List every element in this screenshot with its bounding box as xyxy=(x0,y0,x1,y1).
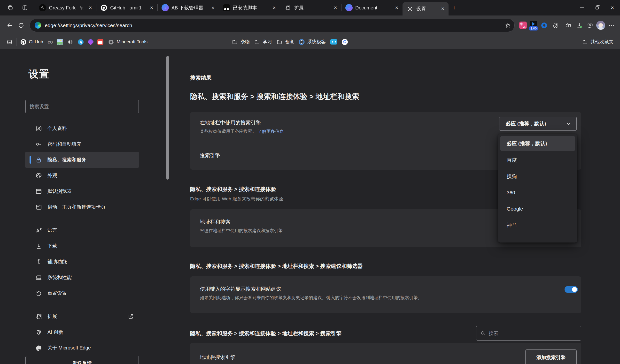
engine-list-search-box[interactable]: 搜索 xyxy=(476,326,581,341)
sidebar-item-label: 个人资料 xyxy=(47,125,67,132)
address-bar-engines-card: 地址栏搜索引擎 添加搜索引擎 xyxy=(190,343,581,364)
ring-extension-icon[interactable] xyxy=(539,20,550,31)
close-icon[interactable]: ✕ xyxy=(148,4,155,11)
sidebar-item-profile[interactable]: 个人资料 xyxy=(25,121,139,136)
translate-extension-icon[interactable]: 中A xyxy=(518,20,528,31)
close-icon[interactable]: ✕ xyxy=(209,4,216,11)
more-menu-icon[interactable] xyxy=(606,20,617,31)
dropdown-option-baidu[interactable]: 百度 xyxy=(498,152,577,168)
dropdown-option-sogou[interactable]: 搜狗 xyxy=(498,168,577,184)
tab-title: Document xyxy=(355,5,391,11)
sidebar-item-label: 扩展 xyxy=(47,313,57,320)
url-text[interactable]: edge://settings/privacy/services/search xyxy=(45,23,132,28)
dropdown-option-360[interactable]: 360 xyxy=(498,184,577,201)
web-capture-icon[interactable] xyxy=(585,20,595,31)
learn-more-link[interactable]: 了解更多信息 xyxy=(258,129,284,134)
sidebar-item-about[interactable]: 关于 Microsoft Edge xyxy=(25,340,139,356)
tab-document[interactable]: ↓ Document ✕ xyxy=(341,0,403,15)
sidebar-item-downloads[interactable]: 下载 xyxy=(25,238,139,254)
bookmark-github[interactable]: GitHub xyxy=(18,38,45,46)
bookmark-telegram-icon[interactable] xyxy=(76,38,86,46)
window-close-button[interactable]: ✕ xyxy=(605,0,620,15)
sidebar-item-default-browser[interactable]: 默认浏览器 xyxy=(25,183,139,199)
dropdown-option-bing[interactable]: 必应 (推荐，默认) xyxy=(500,136,575,151)
sidebar-item-extensions[interactable]: 扩展 xyxy=(25,309,139,324)
bookmark-diamond-icon[interactable] xyxy=(86,38,95,46)
puzzle-icon xyxy=(35,313,42,320)
close-icon[interactable]: ✕ xyxy=(332,4,339,11)
bookmark-news-icon[interactable] xyxy=(95,38,106,46)
sidebar-item-languages[interactable]: 语言 xyxy=(25,222,139,238)
refresh-icon[interactable] xyxy=(16,20,27,31)
search-engine-row[interactable]: 搜索引擎 xyxy=(200,152,220,159)
sidebar-item-passwords[interactable]: 密码和自动填充 xyxy=(25,136,139,152)
minimize-button[interactable] xyxy=(574,0,589,15)
dropdown-option-google[interactable]: Google xyxy=(498,201,577,217)
favorite-star-icon[interactable] xyxy=(505,22,511,29)
sidebar-item-privacy[interactable]: 隐私、搜索和服务 xyxy=(25,152,139,168)
close-icon[interactable]: ✕ xyxy=(271,4,278,11)
lock-icon xyxy=(35,156,42,164)
bookmark-bilibili-icon[interactable] xyxy=(328,38,340,46)
dropdown-option-shenma[interactable]: 神马 xyxy=(498,217,577,233)
other-favorites[interactable]: 其他收藏夹 xyxy=(580,38,616,46)
sidebar-item-accessibility[interactable]: 辅助功能 xyxy=(25,254,139,270)
workspaces-icon[interactable] xyxy=(6,4,15,12)
tab-greasyfork[interactable]: Greasy Fork - 安 ✕ xyxy=(35,0,96,15)
downloads-icon[interactable] xyxy=(574,20,585,31)
search-placeholder: 搜索 xyxy=(489,330,498,337)
bookmark-folder-misc[interactable]: 杂物 xyxy=(230,38,252,46)
bookmark-label: Minecraft Tools xyxy=(116,39,147,45)
sidebar-item-startup[interactable]: 启动、主页和新建选项卡页 xyxy=(25,199,139,215)
bookmark-folder-study[interactable]: 学习 xyxy=(252,38,274,46)
bookmark-openai-icon[interactable] xyxy=(65,38,76,46)
download-icon xyxy=(35,243,42,250)
extensions-puzzle-icon[interactable] xyxy=(550,20,560,31)
tab-title: AB 下载管理器 xyxy=(171,5,207,11)
bookmark-folder-creative[interactable]: 创意 xyxy=(274,38,296,46)
sidebar-scrollbar[interactable] xyxy=(166,56,169,180)
profile-avatar[interactable] xyxy=(595,20,606,31)
sidebar-item-label: 启动、主页和新建选项卡页 xyxy=(47,204,106,210)
bookmark-google-icon[interactable]: G xyxy=(340,38,350,46)
search-results-label: 搜索结果 xyxy=(190,74,211,82)
bookmarks-bar: GitHub co Minecraft Tools 杂物 学习 创意 xyxy=(0,35,620,49)
close-icon[interactable]: ✕ xyxy=(393,4,400,11)
send-feedback-button[interactable]: 发送反馈 xyxy=(25,356,139,364)
sidebar-item-ai-innovations[interactable]: AI 创新 xyxy=(25,324,139,340)
sidebar-item-label: AI 创新 xyxy=(47,329,63,335)
sidebar-item-reset[interactable]: 重置设置 xyxy=(25,285,139,301)
close-icon[interactable]: ✕ xyxy=(439,6,446,12)
bookmark-minecraft-tools[interactable]: Minecraft Tools xyxy=(106,38,149,46)
close-icon[interactable]: ✕ xyxy=(87,4,94,11)
tab-settings-active[interactable]: 设置 ✕ xyxy=(403,2,449,15)
sidebar-item-system[interactable]: 系统和性能 xyxy=(25,270,139,285)
title-bar: Greasy Fork - 安 ✕ GitHub - amir1 ✕ ↓ AB … xyxy=(0,0,620,15)
add-search-engine-button[interactable]: 添加搜索引擎 xyxy=(525,349,577,364)
sidebar-item-appearance[interactable]: 外观 xyxy=(25,168,139,183)
settings-search-input[interactable] xyxy=(25,100,139,113)
card-title: 地址栏搜索引擎 xyxy=(200,354,572,361)
new-tab-button[interactable]: + xyxy=(449,2,460,13)
video-speed-extension-icon[interactable]: 1.00 xyxy=(528,20,539,31)
tab-actions-icon[interactable] xyxy=(21,4,29,12)
restore-button[interactable] xyxy=(589,0,605,15)
tab-github[interactable]: GitHub - amir1 ✕ xyxy=(96,0,157,15)
favorites-icon[interactable] xyxy=(563,20,574,31)
bookmark-system-geek[interactable]: 系统极客 xyxy=(296,38,328,46)
tab-ab-download-manager[interactable]: ↓ AB 下载管理器 ✕ xyxy=(158,0,219,15)
back-icon[interactable] xyxy=(4,20,16,31)
tab-installed-scripts[interactable]: 已安装脚本 ✕ xyxy=(219,0,280,15)
address-bar[interactable]: edge://settings/privacy/services/search xyxy=(30,19,515,32)
laptop-icon xyxy=(35,274,42,281)
toggle-title: 使用键入的字符显示搜索和网站建议 xyxy=(200,286,572,292)
engine-select-button[interactable]: 必应 (推荐，默认) xyxy=(499,117,577,131)
bookmark-image-icon[interactable] xyxy=(55,38,65,46)
toolbar: edge://settings/privacy/services/search … xyxy=(0,15,620,35)
page-title: 设置 xyxy=(29,68,49,81)
suggestions-toggle-on[interactable] xyxy=(565,286,578,293)
bookmark-copilot-icon[interactable]: co xyxy=(45,38,55,46)
tab-extensions[interactable]: 扩展 ✕ xyxy=(280,0,341,15)
tab-title: Greasy Fork - 安 xyxy=(49,5,84,11)
sidebar-toggle-icon[interactable] xyxy=(4,38,15,46)
